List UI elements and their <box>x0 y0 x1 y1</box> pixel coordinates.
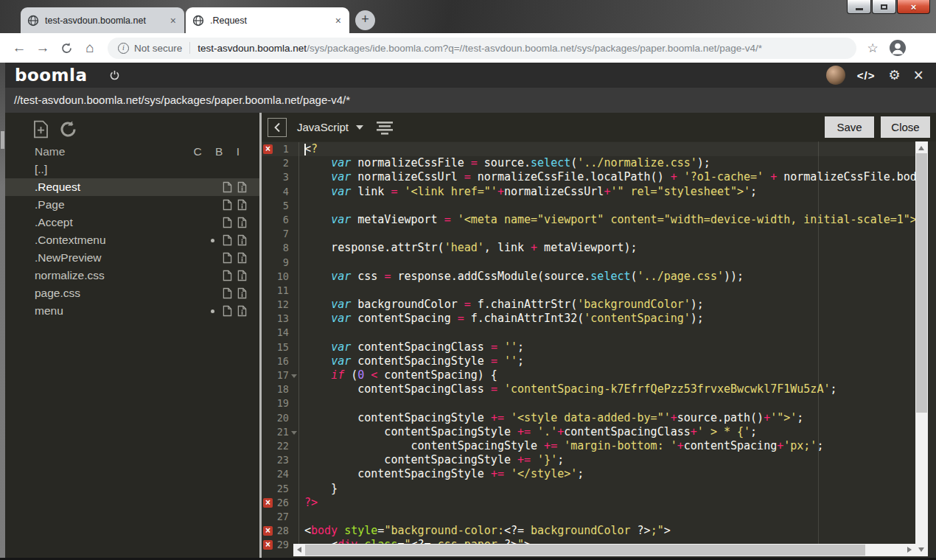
file-info-icon[interactable] <box>237 305 247 317</box>
file-row[interactable]: page.css <box>5 284 259 302</box>
code-line[interactable]: 8 response.attrStr('head', link + metaVi… <box>262 241 915 255</box>
code-line[interactable]: 18 contentSpacingClass = 'contentSpacing… <box>262 382 915 396</box>
code-line[interactable]: 9 <box>262 256 915 270</box>
code-line[interactable]: 4 var link = '<link href="'+normalizeCss… <box>262 185 915 199</box>
tab-close-icon[interactable]: × <box>169 15 178 27</box>
file-icon[interactable] <box>223 181 232 193</box>
code-line[interactable]: 6 var metaViewport = '<meta name="viewpo… <box>262 213 915 227</box>
code-area[interactable]: ×1<?2 var normalizeCssFile = source.sele… <box>262 141 936 560</box>
user-avatar[interactable] <box>826 66 845 85</box>
chevron-down-icon[interactable] <box>356 125 363 130</box>
scroll-left-icon[interactable] <box>297 547 301 553</box>
file-row[interactable]: .Page <box>5 196 259 214</box>
back-button[interactable]: ← <box>7 40 31 56</box>
file-icon[interactable] <box>223 199 232 211</box>
scroll-up-icon[interactable] <box>918 146 924 150</box>
code-line[interactable]: 19 <box>262 396 915 410</box>
code-line[interactable]: 2 var normalizeCssFile = source.select('… <box>262 156 915 170</box>
file-info-icon[interactable] <box>237 287 247 299</box>
forward-button[interactable]: → <box>31 40 55 56</box>
close-button[interactable]: Close <box>881 116 930 138</box>
boomla-logo[interactable]: boomla <box>15 66 87 85</box>
file-row[interactable]: .Contextmenu <box>5 231 259 249</box>
vertical-scrollbar-thumb[interactable] <box>916 153 927 413</box>
code-line[interactable]: 7 <box>262 227 915 241</box>
code-line[interactable]: 11 <box>262 284 915 298</box>
page-info-icon[interactable]: i <box>118 43 129 54</box>
window-maximize-button[interactable] <box>872 0 896 14</box>
language-selector[interactable]: JavaScript <box>297 121 349 133</box>
url-field[interactable]: i Not secure test-asvdoun.boomla.net/sys… <box>108 38 856 59</box>
file-row[interactable]: .NewPreview <box>5 249 259 267</box>
line-gutter: 3 <box>262 170 299 184</box>
save-button[interactable]: Save <box>825 116 874 138</box>
file-info-icon[interactable] <box>237 270 247 281</box>
fold-gutter <box>289 241 298 255</box>
file-icon[interactable] <box>223 234 232 246</box>
tab-request[interactable]: .Request × <box>186 7 349 33</box>
file-icon[interactable] <box>223 270 232 281</box>
file-row[interactable]: .Accept <box>5 214 259 231</box>
refresh-icon[interactable] <box>59 120 77 139</box>
editor-back-button[interactable] <box>268 118 287 137</box>
left-scrollbar-thumb[interactable] <box>1 131 4 149</box>
bookmark-star-icon[interactable]: ☆ <box>862 41 883 56</box>
scroll-right-icon[interactable] <box>907 547 912 553</box>
left-scrollbar[interactable] <box>0 63 5 560</box>
tab-close-icon[interactable]: × <box>334 15 343 27</box>
file-icon[interactable] <box>223 217 232 228</box>
code-line[interactable]: 20 contentSpacingStyle += '<style data-a… <box>262 411 915 425</box>
breadcrumb[interactable]: //test-asvdoun.boomla.net/sys/packages/p… <box>5 88 936 113</box>
file-info-icon[interactable] <box>237 181 247 193</box>
code-line[interactable]: 21 contentSpacingStyle += '.'+contentSpa… <box>262 425 915 439</box>
horizontal-scrollbar-thumb[interactable] <box>305 545 865 556</box>
file-row[interactable]: [..] <box>5 161 259 178</box>
new-file-icon[interactable] <box>33 120 49 139</box>
browser-profile-button[interactable] <box>889 39 907 57</box>
code-line[interactable]: ×28<body style="background-color:<?= bac… <box>262 524 915 538</box>
window-minimize-button[interactable] <box>847 0 871 14</box>
format-lines-icon[interactable] <box>376 120 394 135</box>
code-line[interactable]: 5 <box>262 199 915 213</box>
code-line[interactable]: 16 var contentSpacingStyle = ''; <box>262 354 915 368</box>
horizontal-scrollbar[interactable] <box>293 544 915 556</box>
home-button[interactable]: ⌂ <box>78 40 102 56</box>
gear-icon[interactable]: ⚙ <box>888 67 900 83</box>
new-tab-button[interactable]: + <box>355 10 375 30</box>
close-icon: × <box>911 1 917 13</box>
code-line[interactable]: 13 var contentSpacing = f.chainAttrInt32… <box>262 312 915 326</box>
vertical-scrollbar[interactable] <box>915 141 928 556</box>
code-line[interactable]: 22 contentSpacingStyle += 'margin-bottom… <box>262 439 915 453</box>
code-line[interactable]: 23 contentSpacingStyle += '}'; <box>262 453 915 467</box>
file-row[interactable]: menu <box>5 302 259 320</box>
code-view-icon[interactable]: </> <box>857 69 876 82</box>
file-icon[interactable] <box>223 252 232 264</box>
ide-close-icon[interactable]: × <box>914 68 923 83</box>
file-info-icon[interactable] <box>237 217 247 228</box>
file-info-icon[interactable] <box>237 234 247 246</box>
power-button[interactable] <box>109 70 120 81</box>
file-row[interactable]: normalize.css <box>5 267 259 284</box>
code-line[interactable]: 3 var normalizeCssUrl = normalizeCssFile… <box>262 170 915 184</box>
file-info-icon[interactable] <box>237 252 247 264</box>
code-line[interactable]: ×1<? <box>262 142 915 156</box>
file-info-icon[interactable] <box>237 199 247 211</box>
file-row[interactable]: .Request <box>5 178 259 196</box>
code-line[interactable]: 10 var css = response.addCssModule(sourc… <box>262 270 915 284</box>
tab-site[interactable]: test-asvdoun.boomla.net × <box>21 7 184 33</box>
code-line[interactable]: 14 <box>262 326 915 340</box>
code-line[interactable]: 24 contentSpacingStyle += '</style>'; <box>262 467 915 481</box>
code-line[interactable]: 15 var contentSpacingClass = ''; <box>262 340 915 354</box>
code-line[interactable]: ×26?> <box>262 496 915 510</box>
reload-button[interactable] <box>55 42 78 55</box>
code-line[interactable]: 12 var backgroundColor = f.chainAttrStr(… <box>262 298 915 312</box>
code-line[interactable]: 17 if (0 < contentSpacing) { <box>262 368 915 382</box>
scroll-down-icon[interactable] <box>918 547 924 552</box>
code-line[interactable]: 27 <box>262 510 915 524</box>
window-close-button[interactable]: × <box>897 0 930 14</box>
file-icon[interactable] <box>223 287 232 299</box>
code-line[interactable]: 25 } <box>262 482 915 496</box>
fold-arrow-icon[interactable] <box>289 368 298 382</box>
file-icon[interactable] <box>223 305 232 317</box>
fold-arrow-icon[interactable] <box>289 425 298 439</box>
